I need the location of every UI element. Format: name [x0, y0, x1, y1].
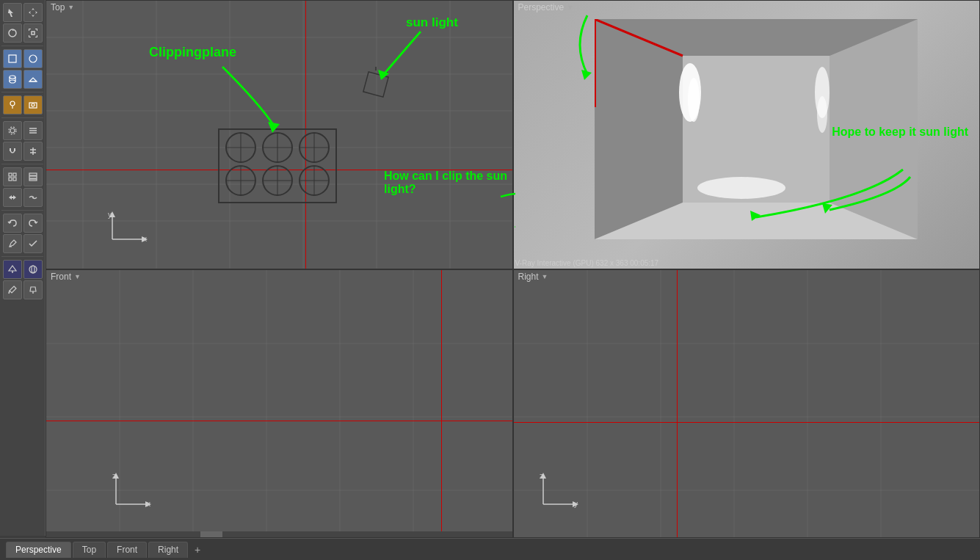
viewport-perspective-name: Perspective: [518, 2, 565, 12]
toolbar-icon-select[interactable]: [3, 3, 22, 22]
tab-top[interactable]: Top: [73, 542, 106, 558]
svg-point-3: [29, 55, 37, 62]
svg-point-4: [10, 76, 15, 79]
toolbar-sep-6: [1, 256, 43, 257]
toolbar-icon-scale[interactable]: [23, 23, 43, 43]
svg-rect-2: [9, 55, 16, 62]
front-axis: x z: [105, 471, 156, 515]
viewport-right-arrow[interactable]: ▼: [542, 273, 548, 280]
toolbar-sep-1: [1, 46, 43, 46]
toolbar-icon-bucket[interactable]: [23, 280, 43, 299]
status-bar: Perspective Top Front Right +: [0, 538, 980, 560]
svg-rect-25: [9, 178, 12, 181]
toolbar-icon-redo[interactable]: [23, 214, 43, 233]
viewport-right-label[interactable]: Right ▼: [518, 272, 548, 282]
svg-rect-28: [29, 176, 37, 178]
viewport-top[interactable]: Top ▼: [46, 0, 513, 269]
front-scrollbar-thumb[interactable]: [200, 531, 222, 537]
toolbar-icon-grid[interactable]: [3, 167, 22, 186]
viewport-front-arrow[interactable]: ▼: [74, 273, 81, 280]
viewport-right-name: Right: [518, 272, 539, 282]
tab-add-button[interactable]: +: [189, 542, 206, 558]
svg-rect-1: [32, 32, 35, 34]
toolbar-sep-5: [1, 210, 43, 211]
toolbar-icon-settings[interactable]: [23, 121, 43, 140]
toolbar-icon-plane[interactable]: [23, 70, 43, 89]
svg-line-69: [384, 72, 388, 74]
svg-point-33: [32, 266, 35, 273]
tab-perspective[interactable]: Perspective: [6, 542, 71, 558]
front-scrollbar[interactable]: [46, 531, 512, 537]
svg-rect-29: [29, 179, 37, 181]
toolbar-icon-material[interactable]: [23, 260, 43, 279]
svg-text:x: x: [147, 500, 150, 508]
toolbar-icon-gear[interactable]: [3, 121, 22, 140]
svg-point-88: [697, 177, 785, 199]
toolbar-icon-undo[interactable]: [3, 214, 22, 233]
svg-point-90: [817, 96, 827, 133]
viewport-front-label[interactable]: Front ▼: [51, 272, 81, 282]
toolbar-icon-layers[interactable]: [23, 167, 43, 186]
svg-marker-80: [830, 19, 918, 239]
toolbar-icon-sphere[interactable]: [23, 49, 43, 68]
toolbar-sep-4: [1, 164, 43, 164]
toolbar-icon-magnet[interactable]: [3, 142, 22, 161]
toolbar-icon-paint[interactable]: [3, 260, 22, 279]
right-axis: y z: [532, 471, 584, 515]
viewport-perspective[interactable]: Perspective ▼: [513, 0, 981, 269]
viewport-top-label[interactable]: Top ▼: [51, 2, 74, 12]
svg-text:y: y: [108, 211, 112, 219]
sun-light-icon: [358, 67, 395, 103]
svg-rect-24: [13, 173, 16, 176]
svg-text:z: z: [540, 472, 543, 480]
svg-point-7: [10, 80, 15, 83]
svg-marker-93: [581, 70, 592, 80]
top-axis: x y: [105, 210, 149, 254]
left-toolbar: [0, 0, 46, 536]
toolbar-sep-3: [1, 117, 43, 118]
toolbar-icon-light[interactable]: [3, 95, 22, 114]
top-object: [215, 126, 340, 206]
svg-text:x: x: [143, 235, 147, 243]
viewport-perspective-label[interactable]: Perspective ▼: [518, 2, 574, 12]
toolbar-sep-2: [1, 92, 43, 92]
main-viewport-area: Top ▼: [46, 0, 980, 538]
tab-front[interactable]: Front: [107, 542, 147, 558]
svg-text:z: z: [112, 472, 116, 480]
svg-rect-26: [13, 178, 16, 181]
toolbar-icon-align[interactable]: [23, 142, 43, 161]
svg-rect-27: [29, 173, 37, 175]
perspective-render: [595, 19, 918, 239]
svg-point-87: [688, 78, 700, 122]
toolbar-icon-eyedropper[interactable]: [3, 280, 22, 299]
toolbar-icon-move[interactable]: [23, 3, 43, 22]
toolbar-icon-link[interactable]: [23, 188, 43, 207]
toolbar-icon-check[interactable]: [23, 234, 43, 253]
viewport-top-name: Top: [51, 2, 65, 12]
svg-point-13: [10, 128, 15, 133]
svg-marker-79: [595, 19, 683, 239]
svg-point-12: [32, 103, 35, 106]
toolbar-icon-box[interactable]: [3, 49, 22, 68]
svg-text:y: y: [574, 500, 578, 508]
vray-status: V-Ray Interactive (GPU) 632 x 363 00:05:…: [515, 259, 659, 267]
svg-point-9: [10, 101, 15, 106]
viewport-right[interactable]: Right ▼: [513, 269, 981, 539]
toolbar-icon-rotate[interactable]: [3, 23, 22, 43]
viewport-perspective-arrow[interactable]: ▼: [567, 4, 573, 11]
svg-line-34: [9, 291, 10, 294]
viewport-front-name: Front: [51, 272, 71, 282]
viewport-top-arrow[interactable]: ▼: [68, 4, 74, 11]
svg-point-32: [29, 266, 37, 273]
tab-right[interactable]: Right: [148, 542, 188, 558]
svg-rect-23: [9, 173, 12, 176]
right-objects: [514, 270, 980, 538]
svg-rect-67: [363, 72, 388, 97]
toolbar-icon-camera[interactable]: [23, 95, 43, 114]
toolbar-icon-move2[interactable]: [3, 188, 22, 207]
toolbar-icon-pencil[interactable]: [3, 234, 22, 253]
toolbar-icon-cylinder[interactable]: [3, 70, 22, 89]
viewport-front[interactable]: Front ▼: [46, 269, 513, 539]
